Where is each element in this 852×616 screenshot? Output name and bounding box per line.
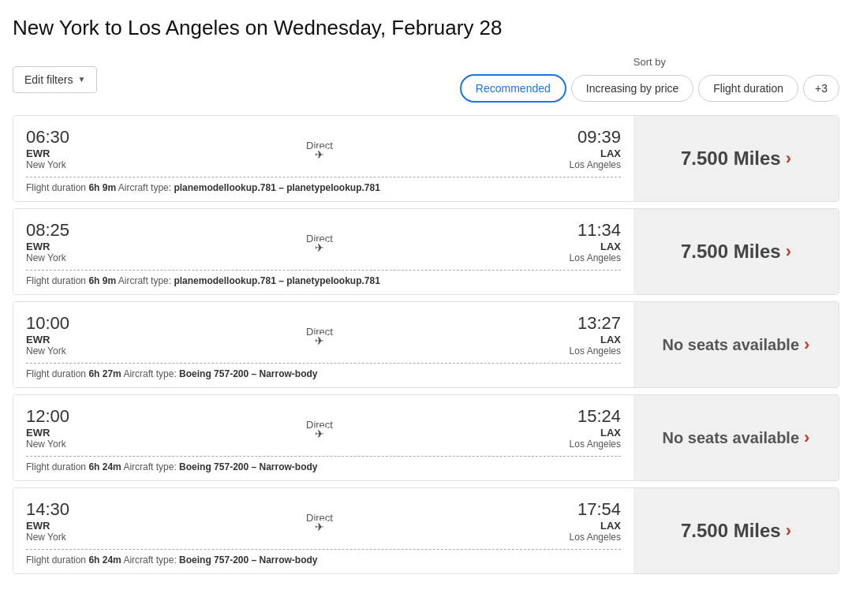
flight-row[interactable]: 12:00 EWR New York Direct ✈ 15:24 bbox=[13, 394, 839, 481]
flight-line: ✈ bbox=[314, 151, 325, 158]
flight-row[interactable]: 06:30 EWR New York Direct ✈ 09:39 bbox=[13, 115, 839, 202]
plane-icon: ✈ bbox=[312, 521, 327, 533]
flight-details: Flight duration 6h 27m Aircraft type: Bo… bbox=[26, 368, 621, 379]
plane-icon: ✈ bbox=[312, 334, 327, 347]
departure-airport-code: EWR bbox=[26, 334, 81, 345]
sort-section: Sort by RecommendedIncreasing by priceFl… bbox=[460, 56, 839, 103]
flight-top: 14:30 EWR New York Direct ✈ 17:54 bbox=[26, 499, 621, 543]
aircraft-type: planemodellookup.781 – planetypelookup.7… bbox=[174, 275, 379, 286]
flight-details: Flight duration 6h 9m Aircraft type: pla… bbox=[26, 275, 621, 286]
flight-price-text: 7.500 Miles bbox=[681, 147, 781, 170]
departure-time: 14:30 bbox=[26, 499, 81, 520]
plane-icon: ✈ bbox=[312, 148, 327, 161]
flight-duration: 6h 9m bbox=[88, 275, 116, 286]
departure-time: 12:00 bbox=[26, 406, 81, 427]
price-arrow-icon: › bbox=[786, 241, 791, 262]
flight-top: 08:25 EWR New York Direct ✈ 11:34 bbox=[26, 220, 621, 263]
departure-city: New York bbox=[26, 345, 81, 357]
flight-arrival-info: 13:27 LAX Los Angeles bbox=[558, 313, 621, 357]
price-arrow-icon: › bbox=[804, 334, 809, 355]
flight-main: 14:30 EWR New York Direct ✈ 17:54 bbox=[13, 488, 633, 573]
flight-arrival-info: 09:39 LAX Los Angeles bbox=[558, 127, 621, 170]
flight-arrival-info: 11:34 LAX Los Angeles bbox=[558, 220, 621, 263]
flight-departure-info: 12:00 EWR New York bbox=[26, 406, 81, 450]
flight-price-section[interactable]: 7.500 Miles › bbox=[633, 488, 839, 573]
sort-btn-recommended[interactable]: Recommended bbox=[460, 74, 566, 103]
arrival-time: 09:39 bbox=[577, 127, 621, 147]
edit-filters-button[interactable]: Edit filters ▼ bbox=[13, 66, 97, 93]
flight-line: ✈ bbox=[314, 245, 325, 251]
flight-row[interactable]: 14:30 EWR New York Direct ✈ 17:54 bbox=[13, 487, 839, 574]
arrival-time: 15:24 bbox=[577, 406, 621, 427]
chevron-down-icon: ▼ bbox=[77, 75, 85, 84]
flight-main: 10:00 EWR New York Direct ✈ 13:27 bbox=[13, 302, 633, 387]
sort-by-label: Sort by bbox=[633, 56, 666, 68]
flight-price-section[interactable]: 7.500 Miles › bbox=[633, 209, 839, 294]
arrival-airport-code: LAX bbox=[600, 520, 621, 532]
flight-details: Flight duration 6h 9m Aircraft type: pla… bbox=[26, 182, 621, 193]
flight-divider bbox=[26, 456, 621, 457]
departure-time: 06:30 bbox=[26, 127, 81, 147]
arrival-city: Los Angeles bbox=[570, 159, 621, 170]
departure-airport-code: EWR bbox=[26, 241, 81, 252]
flight-price-section[interactable]: 7.500 Miles › bbox=[633, 116, 839, 201]
flight-top: 10:00 EWR New York Direct ✈ 13:27 bbox=[26, 313, 621, 357]
flight-price-section[interactable]: No seats available › bbox=[633, 302, 839, 387]
arrival-airport-code: LAX bbox=[600, 427, 621, 439]
sort-btn-flight_duration[interactable]: Flight duration bbox=[698, 75, 798, 102]
flight-duration: 6h 24m bbox=[88, 461, 121, 472]
aircraft-type: Boeing 757-200 – Narrow-body bbox=[179, 461, 317, 472]
flight-departure-info: 06:30 EWR New York bbox=[26, 127, 81, 170]
flights-list: 06:30 EWR New York Direct ✈ 09:39 bbox=[13, 115, 839, 574]
arrival-airport-code: LAX bbox=[600, 334, 621, 345]
departure-city: New York bbox=[26, 159, 81, 170]
departure-city: New York bbox=[26, 532, 81, 543]
flight-price-section[interactable]: No seats available › bbox=[633, 395, 839, 480]
flight-row[interactable]: 08:25 EWR New York Direct ✈ 11:34 bbox=[13, 208, 839, 295]
arrival-time: 13:27 bbox=[577, 313, 621, 334]
flight-row[interactable]: 10:00 EWR New York Direct ✈ 13:27 bbox=[13, 301, 839, 388]
arrival-time: 17:54 bbox=[577, 499, 621, 520]
plane-icon: ✈ bbox=[312, 241, 327, 254]
flight-main: 06:30 EWR New York Direct ✈ 09:39 bbox=[13, 116, 633, 201]
arrival-time: 11:34 bbox=[577, 220, 621, 241]
departure-time: 10:00 bbox=[26, 313, 81, 334]
departure-airport-code: EWR bbox=[26, 520, 81, 532]
sort-buttons: RecommendedIncreasing by priceFlight dur… bbox=[460, 74, 839, 103]
flight-main: 08:25 EWR New York Direct ✈ 11:34 bbox=[13, 209, 633, 294]
departure-airport-code: EWR bbox=[26, 427, 81, 439]
arrival-airport-code: LAX bbox=[600, 241, 621, 252]
aircraft-type: Boeing 757-200 – Narrow-body bbox=[179, 554, 317, 566]
flight-arrival-info: 15:24 LAX Los Angeles bbox=[558, 406, 621, 450]
sort-btn-more[interactable]: +3 bbox=[803, 75, 839, 102]
flight-top: 12:00 EWR New York Direct ✈ 15:24 bbox=[26, 406, 621, 450]
price-arrow-icon: › bbox=[804, 427, 809, 448]
arrival-city: Los Angeles bbox=[570, 439, 621, 450]
flight-arrival-info: 17:54 LAX Los Angeles bbox=[558, 499, 621, 543]
sort-btn-increasing_price[interactable]: Increasing by price bbox=[571, 75, 694, 102]
plane-icon: ✈ bbox=[312, 427, 327, 440]
flight-price-text: 7.500 Miles bbox=[681, 520, 781, 542]
aircraft-type: Boeing 757-200 – Narrow-body bbox=[179, 368, 317, 379]
flight-departure-info: 10:00 EWR New York bbox=[26, 313, 81, 357]
aircraft-type: planemodellookup.781 – planetypelookup.7… bbox=[174, 182, 379, 193]
flight-divider bbox=[26, 363, 621, 364]
flight-divider bbox=[26, 177, 621, 177]
flight-line: ✈ bbox=[314, 431, 325, 437]
flight-duration: 6h 27m bbox=[88, 368, 121, 379]
flight-divider bbox=[26, 270, 621, 271]
flight-top: 06:30 EWR New York Direct ✈ 09:39 bbox=[26, 127, 621, 170]
flight-line: ✈ bbox=[314, 338, 325, 344]
flight-line: ✈ bbox=[314, 524, 325, 530]
flight-duration: 6h 24m bbox=[88, 554, 121, 566]
flight-duration: 6h 9m bbox=[88, 182, 116, 193]
departure-time: 08:25 bbox=[26, 220, 81, 241]
flight-departure-info: 08:25 EWR New York bbox=[26, 220, 81, 263]
price-arrow-icon: › bbox=[786, 521, 791, 541]
arrival-city: Los Angeles bbox=[570, 532, 621, 543]
flight-price-text: 7.500 Miles bbox=[681, 241, 781, 263]
flight-divider bbox=[26, 549, 621, 550]
flight-price-text: No seats available bbox=[663, 336, 799, 354]
flight-details: Flight duration 6h 24m Aircraft type: Bo… bbox=[26, 461, 621, 472]
page-title: New York to Los Angeles on Wednesday, Fe… bbox=[13, 16, 839, 40]
